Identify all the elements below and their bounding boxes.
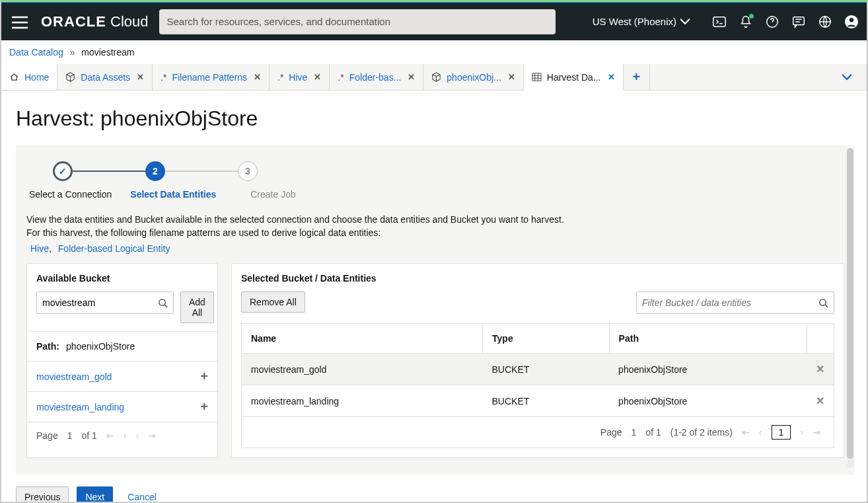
tab-label: Filename Patterns [172, 72, 247, 83]
bell-icon[interactable] [739, 15, 753, 29]
remove-row-icon[interactable]: ✕ [807, 385, 834, 417]
selected-panel: Selected Bucket / Data Entities Remove A… [231, 263, 844, 458]
step-3: 3 [238, 161, 258, 181]
description-line1: View the data entities and Bucket availa… [26, 214, 844, 225]
svg-rect-6 [532, 73, 541, 81]
available-title: Available Bucket [27, 264, 217, 284]
close-icon[interactable]: ✕ [608, 72, 615, 82]
tab-label: Home [24, 72, 49, 83]
step-label-2: Select Data Entities [130, 189, 216, 200]
bucket-list: moviestream_gold + moviestream_landing + [27, 361, 217, 422]
col-path: Path [609, 324, 807, 354]
top-bar: ORACLE Cloud Search for resources, servi… [1, 2, 867, 40]
tab-harvest-data[interactable]: Harvest Da... ✕ [524, 64, 624, 91]
breadcrumb-root[interactable]: Data Catalog [9, 47, 63, 58]
global-search-input[interactable]: Search for resources, services, and docu… [159, 9, 556, 34]
bucket-link[interactable]: moviestream_landing [36, 402, 124, 412]
add-bucket-icon[interactable]: + [200, 399, 208, 414]
bucket-item: moviestream_gold + [27, 361, 217, 391]
step-label-1: Select a Connection [29, 189, 112, 200]
table-row: moviestream_gold BUCKET phoenixObjStore … [242, 354, 834, 385]
grid-icon [532, 72, 542, 82]
tab-overflow[interactable] [828, 64, 867, 90]
available-search[interactable] [36, 291, 174, 314]
cube-icon [431, 72, 441, 82]
pattern-links: Hive, Folder-based Logical Entity [26, 243, 844, 254]
tab-hive[interactable]: .* Hive ✕ [270, 64, 330, 90]
page-number-box[interactable]: 1 [772, 425, 791, 440]
plus-icon: + [633, 69, 641, 85]
description-line2: For this harvest, the following filename… [26, 227, 844, 238]
step-labels: Select a Connection Select Data Entities… [29, 181, 844, 212]
bucket-item: moviestream_landing + [27, 391, 217, 422]
stepper: 2 3 [26, 155, 844, 181]
star-icon: .* [338, 72, 344, 83]
close-icon[interactable]: ✕ [254, 72, 261, 82]
cube-icon [65, 72, 75, 82]
pager-last-icon[interactable]: ⇥ [148, 430, 156, 441]
cancel-link[interactable]: Cancel [127, 492, 157, 502]
tab-label: phoenixObj... [447, 72, 501, 83]
breadcrumb-sep: » [70, 47, 75, 58]
filter-input-wrap[interactable] [636, 291, 834, 314]
table-row: moviestream_landing BUCKET phoenixObjSto… [242, 385, 834, 417]
path-row: Path: phoenixObjStore [27, 331, 217, 361]
available-search-input[interactable] [42, 297, 158, 308]
bucket-link[interactable]: moviestream_gold [36, 371, 112, 382]
next-button[interactable]: Next [77, 486, 113, 503]
chat-icon[interactable] [791, 15, 806, 29]
selected-title: Selected Bucket / Data Entities [232, 264, 844, 291]
help-icon[interactable] [765, 15, 779, 29]
scrollbar[interactable] [847, 148, 853, 468]
menu-icon[interactable] [9, 13, 30, 30]
pager-prev-icon[interactable]: ‹ [124, 430, 127, 441]
pager-next-icon[interactable]: › [136, 430, 139, 441]
selected-table: Name Type Path moviestream_gold BUCKET p… [241, 323, 834, 417]
filter-input[interactable] [642, 297, 818, 308]
tab-filename-patterns[interactable]: .* Filename Patterns ✕ [153, 64, 270, 90]
search-icon[interactable] [158, 297, 168, 309]
oracle-logo: ORACLE Cloud [41, 13, 149, 30]
previous-button[interactable]: Previous [16, 486, 69, 503]
pager-last-icon[interactable]: ⇥ [813, 427, 820, 438]
add-bucket-icon[interactable]: + [200, 369, 208, 384]
selected-pager: Page 1 of 1 (1-2 of 2 items) ⇤ ‹ 1 › ⇥ [241, 417, 834, 448]
globe-icon[interactable] [818, 15, 832, 29]
remove-row-icon[interactable]: ✕ [807, 354, 834, 385]
pager-first-icon[interactable]: ⇤ [742, 427, 750, 438]
close-icon[interactable]: ✕ [314, 72, 321, 82]
step-1[interactable] [53, 161, 73, 181]
region-selector[interactable]: US West (Phoenix) [593, 16, 690, 27]
search-icon[interactable] [818, 297, 828, 309]
pattern-hive-link[interactable]: Hive [30, 243, 49, 254]
close-icon[interactable]: ✕ [408, 72, 415, 82]
close-icon[interactable]: ✕ [508, 72, 515, 82]
path-label: Path: [36, 341, 59, 352]
tab-phoenixobj[interactable]: phoenixObj... ✕ [423, 64, 524, 90]
svg-rect-2 [793, 17, 805, 24]
svg-point-5 [850, 18, 853, 22]
star-icon: .* [161, 72, 166, 83]
tab-add[interactable]: + [624, 64, 651, 90]
tab-label: Folder-bas... [349, 72, 402, 83]
tab-home[interactable]: Home [1, 64, 57, 90]
available-pager: Page 1 of 1 ⇤ ‹ › ⇥ [27, 422, 217, 449]
add-all-button[interactable]: Add All [180, 291, 214, 323]
tab-folder-based[interactable]: .* Folder-bas... ✕ [330, 64, 423, 90]
pager-first-icon[interactable]: ⇤ [106, 430, 114, 441]
profile-icon[interactable] [844, 15, 859, 29]
breadcrumb: Data Catalog » moviestream [1, 40, 867, 64]
remove-all-button[interactable]: Remove All [241, 291, 305, 313]
pager-next-icon[interactable]: › [800, 427, 803, 438]
terminal-icon[interactable] [712, 15, 727, 29]
page-title: Harvest: phoenixObjStore [1, 91, 867, 137]
available-panel: Available Bucket Add All Path: phoenixOb… [26, 263, 218, 458]
pager-prev-icon[interactable]: ‹ [759, 427, 762, 438]
tab-label: Hive [289, 72, 307, 83]
pattern-folder-link[interactable]: Folder-based Logical Entity [58, 243, 170, 254]
close-icon[interactable]: ✕ [137, 72, 144, 82]
footer-buttons: Previous Next Cancel [1, 475, 867, 503]
breadcrumb-current: moviestream [81, 47, 134, 58]
tab-data-assets[interactable]: Data Assets ✕ [57, 64, 153, 90]
step-2[interactable]: 2 [145, 161, 165, 181]
